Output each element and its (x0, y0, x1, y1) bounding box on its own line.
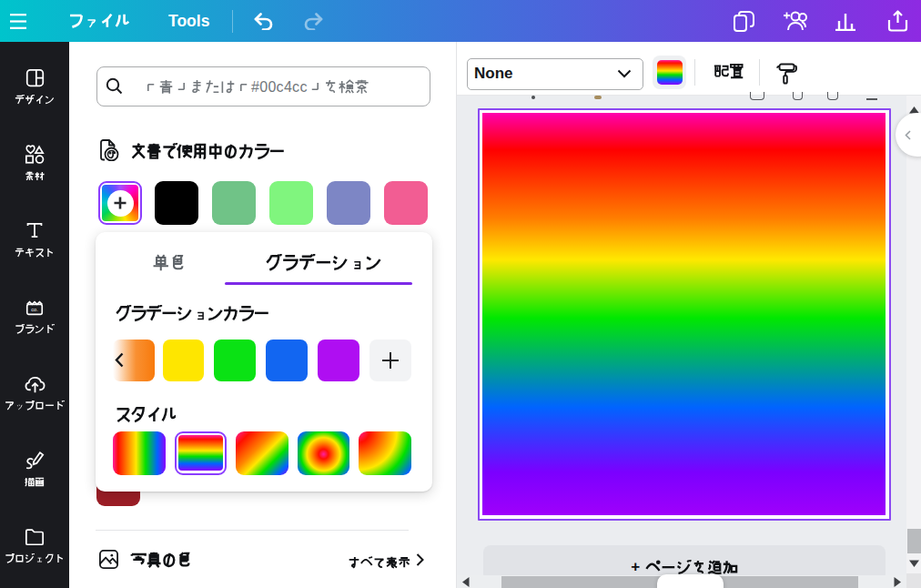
svg-text:co.: co. (31, 307, 38, 312)
